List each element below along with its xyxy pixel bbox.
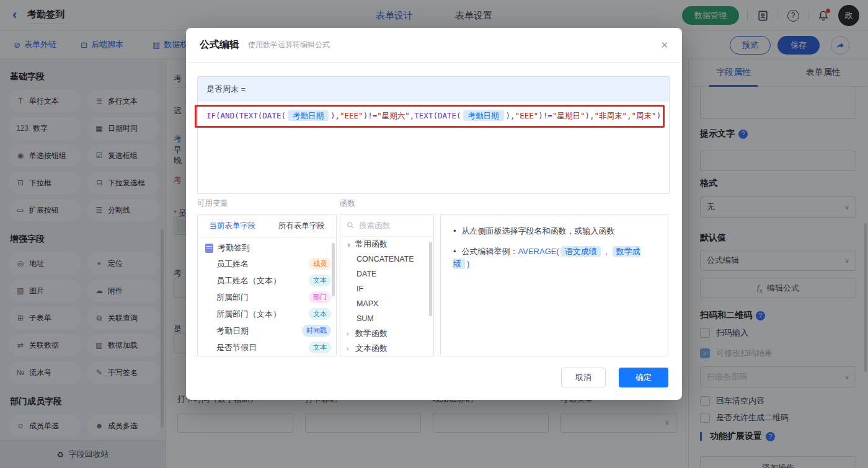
variables-panel: 当前表单字段 所有表单字段 考勤签到 员工姓名成员员工姓名（文本）文本所属部门部… [197,214,337,356]
variable-item-是否节假日[interactable]: 是否节假日文本 [198,339,336,356]
formula-token: "星期日" [552,111,585,120]
function-group-常用函数[interactable]: ∨常用函数 [340,237,433,252]
function-item-DATE[interactable]: DATE [340,267,433,281]
field-chip[interactable]: 考勤日期 [288,110,329,121]
formula-token: ,TEXT(DATE( [410,111,461,120]
variables-panel-label: 可用变量 [197,198,228,209]
function-group-文本函数[interactable]: ›文本函数 [340,341,433,356]
formula-token: , [627,111,632,120]
confirm-button[interactable]: 确定 [619,368,668,387]
close-icon[interactable]: ✕ [660,40,668,51]
field-chip[interactable]: 考勤日期 [463,110,504,121]
formula-token: IF(AND(TEXT(DATE( [206,111,286,120]
variables-scrollbar[interactable] [332,243,335,296]
variable-item-员工姓名[interactable]: 员工姓名成员 [198,255,336,272]
function-item-MAPX[interactable]: MAPX [340,296,433,311]
formula-token: )!= [363,111,378,120]
function-item-IF[interactable]: IF [340,281,433,296]
formula-result-label: 是否周末 = [198,77,669,102]
formula-editor-dialog: 公式编辑 使用数学运算符编辑公式 ✕ 是否周末 = IF(AND(TEXT(DA… [186,28,682,400]
cancel-button[interactable]: 取消 [561,368,606,387]
formula-token: "周末" [632,111,657,120]
formula-line[interactable]: IF(AND(TEXT(DATE(考勤日期),"EEE")!="星期六",TEX… [198,102,669,122]
function-item-CONCATENATE[interactable]: CONCATENATE [340,252,433,267]
bullet-icon: • [453,247,456,256]
formula-token: "星期六" [377,111,410,120]
formula-token: ), [330,111,340,120]
formula-token: "EEE" [515,111,539,120]
variable-item-考勤日期[interactable]: 考勤日期时间戳 [198,322,336,339]
function-item-SUM[interactable]: SUM [340,311,433,326]
tab-current-form-fields[interactable]: 当前表单字段 [198,214,267,237]
function-search-input[interactable] [359,221,421,230]
dialog-title: 公式编辑 [200,38,239,51]
variable-item-所属部门（文本）[interactable]: 所属部门（文本）文本 [198,306,336,322]
function-tree: ∨常用函数CONCATENATEDATEIFMAPXSUM›数学函数›文本函数 [340,237,433,356]
functions-scrollbar[interactable] [429,242,432,316]
function-group-数学函数[interactable]: ›数学函数 [340,326,433,341]
app-window: ‹ 考勤签到 表单设计 表单设置 数据管理 ? 政 ⊘表单外链 ⊡后端脚本 ▥数… [0,0,868,468]
variable-item-员工姓名（文本）[interactable]: 员工姓名（文本）文本 [198,272,336,289]
tip-line: •从左侧面板选择字段名和函数，或输入函数 [453,225,655,237]
tab-all-form-fields[interactable]: 所有表单字段 [267,214,337,237]
formula-token: ), [585,111,594,120]
formula-token: "非周末" [594,111,627,120]
functions-panel-label: 函数 [340,198,355,209]
variable-tree: 员工姓名成员员工姓名（文本）文本所属部门部门所属部门（文本）文本考勤日期时间戳是… [198,255,336,356]
dialog-header: 公式编辑 使用数学运算符编辑公式 ✕ [186,28,682,63]
formula-token: "EEE" [340,111,363,120]
variable-item-所属部门[interactable]: 所属部门部门 [198,289,336,306]
search-icon [347,221,355,229]
dialog-subtitle: 使用数学运算符编辑公式 [248,40,330,50]
chevron-right-icon: › [347,345,352,352]
formula-token: ) [657,111,662,120]
variables-tabs: 当前表单字段 所有表单字段 [198,214,336,238]
chevron-right-icon: › [347,330,352,337]
bullet-icon: • [453,226,456,236]
formula-token: )!= [538,111,552,120]
example-field-chip: 语文成绩 [561,246,601,257]
formula-editor-box[interactable]: 是否周末 = IF(AND(TEXT(DATE(考勤日期),"EEE")!="星… [197,76,670,194]
form-doc-icon [205,244,213,253]
function-search[interactable] [340,214,433,237]
variables-tree-root[interactable]: 考勤签到 [198,238,336,255]
chevron-down-icon: ∨ [347,241,352,248]
example-line: •公式编辑举例：AVERAGE(语文成绩，数学成绩) [453,245,655,270]
formula-help-panel: •从左侧面板选择字段名和函数，或输入函数 •公式编辑举例：AVERAGE(语文成… [440,214,668,356]
functions-panel: ∨常用函数CONCATENATEDATEIFMAPXSUM›数学函数›文本函数 [340,214,434,356]
formula-token: ), [506,111,515,120]
